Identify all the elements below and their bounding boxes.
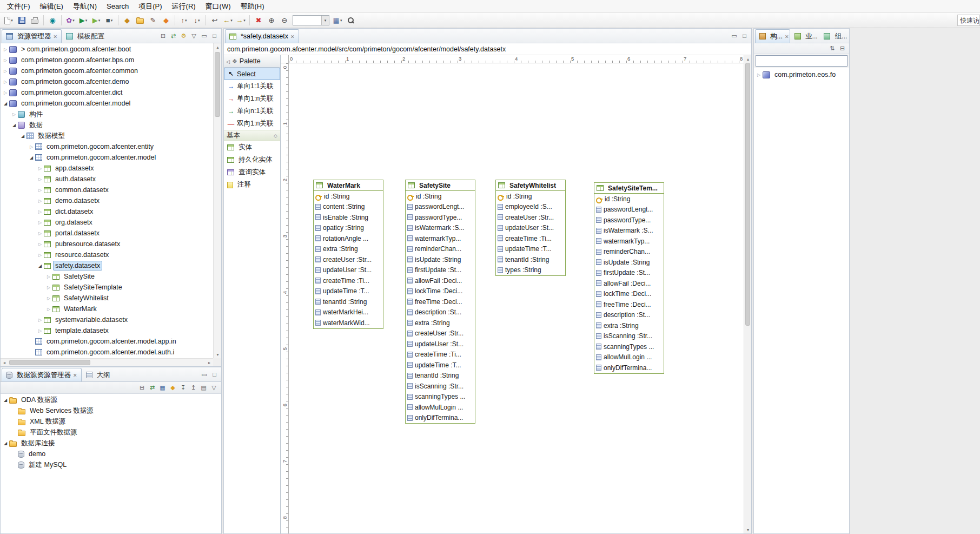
scroll-left-icon[interactable] <box>1 359 8 366</box>
entity-field[interactable]: isScanning :Str... <box>594 331 664 342</box>
tree-item[interactable]: ◢数据库连接 <box>1 438 221 449</box>
entity-field[interactable]: firstUpdate :St... <box>594 268 664 279</box>
entity-field[interactable]: description :St... <box>406 307 475 318</box>
entity-field[interactable]: extra :String <box>406 318 475 328</box>
entity-field[interactable]: passwordLengt... <box>406 202 475 213</box>
menu-item[interactable]: Search <box>102 1 134 12</box>
edit-button[interactable]: ✎ <box>147 15 159 27</box>
tree-item[interactable]: ▷dict.datasetx <box>1 206 213 217</box>
entity-field[interactable]: isWatermark :S... <box>594 226 664 236</box>
zoom-in-button[interactable]: ⊕ <box>266 15 277 27</box>
collapse-arrow-icon[interactable]: ◢ <box>19 134 27 139</box>
palette-header[interactable]: Palette <box>224 55 280 68</box>
expand-arrow-icon[interactable]: ▷ <box>36 166 44 171</box>
entity-field[interactable]: isScanning :Str... <box>406 381 475 392</box>
entity-field[interactable]: updateTime :T... <box>496 244 565 255</box>
collapse-arrow-icon[interactable]: ◢ <box>36 263 44 268</box>
import-icon[interactable]: ↧ <box>178 383 188 393</box>
tree-item[interactable]: ▷com.primeton.gocom.afcenter.dict <box>1 87 213 98</box>
entity-field[interactable]: allowMulLogin ... <box>594 352 664 363</box>
eos-server-button[interactable]: ◉ <box>47 15 58 27</box>
filter-icon[interactable]: ⚙ <box>178 31 189 41</box>
entity-field[interactable]: createTime :Ti... <box>496 233 565 244</box>
entity-field[interactable]: extra :String <box>594 320 664 331</box>
scroll-up-icon[interactable] <box>214 43 221 51</box>
entity-field[interactable]: createUser :Str... <box>406 328 475 339</box>
menu-item[interactable]: 文件(F) <box>2 0 35 13</box>
tab-datasource-explorer[interactable]: 数据源资源管理器 <box>2 368 82 381</box>
expand-arrow-icon[interactable]: ▷ <box>2 58 9 63</box>
tree-item[interactable]: ▷SafetySite <box>1 271 213 282</box>
minimize-icon[interactable]: ▭ <box>729 31 739 41</box>
entity-field[interactable]: updateTime :T... <box>406 360 475 371</box>
entity-field[interactable]: freeTime :Deci... <box>406 296 475 307</box>
expand-arrow-icon[interactable]: ▷ <box>45 307 52 312</box>
tree-item[interactable]: ◢ODA 数据源 <box>1 394 221 405</box>
tree-item[interactable]: ◢com.primeton.gocom.afcenter.model <box>1 98 213 109</box>
collapse-all-icon[interactable]: ⊟ <box>837 44 847 54</box>
print-button[interactable] <box>29 15 41 27</box>
collapse-all-icon[interactable]: ⊟ <box>158 31 168 41</box>
collapse-arrow-icon[interactable]: ◢ <box>10 123 18 128</box>
collapse-all-icon[interactable]: ⊟ <box>137 383 147 393</box>
menu-item[interactable]: 导航(N) <box>68 0 102 13</box>
tab-resource-explorer[interactable]: 资源管理器 <box>2 29 62 43</box>
expand-arrow-icon[interactable]: ▷ <box>36 209 44 214</box>
expand-arrow-icon[interactable]: ▷ <box>36 177 44 182</box>
entity-SafetyWhitelist[interactable]: SafetyWhitelistid :StringemployeeId :S..… <box>495 180 566 276</box>
tree-item[interactable]: Web Services 数据源 <box>1 405 221 416</box>
tree-item[interactable]: demo <box>1 449 221 459</box>
tree-item[interactable]: ▷com.primeton.gocom.afcenter.bps.om <box>1 55 213 65</box>
entity-field[interactable]: allowMulLogin ... <box>406 402 475 413</box>
entity-field[interactable]: lockTime :Deci... <box>406 286 475 297</box>
entity-field[interactable]: employeeId :S... <box>496 202 565 213</box>
run-button[interactable]: ▶▾ <box>77 15 89 27</box>
tree-item[interactable]: ▷> com.primeton.gocom.afcenter.boot <box>1 44 213 55</box>
menu-item[interactable]: 窗口(W) <box>201 0 236 13</box>
tree-item[interactable]: ▷common.datasetx <box>1 184 213 195</box>
entity-field[interactable]: extra :String <box>314 244 383 255</box>
view-menu-icon[interactable]: ▽ <box>209 383 219 393</box>
run-config-button[interactable]: ✿▾ <box>64 15 76 27</box>
entity-field[interactable]: updateUser :St... <box>314 265 383 276</box>
minimize-icon[interactable]: ▭ <box>199 370 209 379</box>
palette-tool[interactable]: 单向n:1关联 <box>224 105 280 117</box>
expand-arrow-icon[interactable]: ▷ <box>36 318 44 322</box>
entity-field[interactable]: reminderChan... <box>406 244 475 255</box>
entity-field[interactable]: createUser :Str... <box>496 212 565 223</box>
expand-arrow-icon[interactable]: ▷ <box>2 47 9 52</box>
expand-arrow-icon[interactable]: ▷ <box>45 285 52 290</box>
tree-item[interactable]: ▷com.primeton.gocom.afcenter.common <box>1 65 213 76</box>
maximize-icon[interactable]: □ <box>209 370 220 379</box>
tab-safety-datasetx[interactable]: *safety.datasetx <box>225 29 299 43</box>
scroll-down-icon[interactable] <box>744 526 752 533</box>
entity-WaterMark[interactable]: WaterMarkid :Stringcontent :StringisEnab… <box>313 180 383 329</box>
entity-field[interactable]: firstUpdate :St... <box>406 265 475 276</box>
expand-arrow-icon[interactable]: ▷ <box>2 90 9 95</box>
tree-item[interactable]: ◢数据模型 <box>1 130 213 141</box>
tree-item[interactable]: XML 数据源 <box>1 416 221 427</box>
entity-field[interactable]: rotationAngle ... <box>314 233 383 244</box>
scroll-right-icon[interactable] <box>206 359 213 366</box>
tree-item[interactable]: ▷com.primeton.gocom.afcenter.entity <box>1 141 213 152</box>
tree-item[interactable]: com.primeton.gocom.afcenter.model.auth.i <box>1 347 213 358</box>
entity-field[interactable]: allowFail :Deci... <box>594 278 664 289</box>
entity-field[interactable]: passwordLengt... <box>594 205 664 215</box>
expand-arrow-icon[interactable]: ▷ <box>36 231 44 236</box>
expand-arrow-icon[interactable]: ▷ <box>10 112 18 117</box>
vertical-scrollbar[interactable] <box>213 43 221 358</box>
tree-item[interactable]: ▷SafetySiteTemplate <box>1 282 213 293</box>
link-with-editor-icon[interactable]: ⇄ <box>168 31 178 41</box>
tree-item[interactable]: ▷org.datasetx <box>1 217 213 228</box>
palette-tool[interactable]: 实体 <box>224 141 280 154</box>
maximize-icon[interactable]: □ <box>209 31 220 41</box>
tree-item[interactable]: ▷SafetyWhitelist <box>1 293 213 304</box>
view-menu-icon[interactable]: ▽ <box>189 31 199 41</box>
tab-groups[interactable]: 组... <box>819 29 849 43</box>
entity-field[interactable]: watermarkTyp... <box>594 236 664 247</box>
tree-item[interactable]: ◢com.primeton.gocom.afcenter.model <box>1 152 213 163</box>
expand-arrow-icon[interactable]: ▷ <box>755 72 763 77</box>
entity-field[interactable]: tenantId :String <box>496 254 565 265</box>
expand-arrow-icon[interactable]: ▷ <box>36 253 44 258</box>
palette-section-header[interactable]: 基本◇ <box>224 130 280 141</box>
